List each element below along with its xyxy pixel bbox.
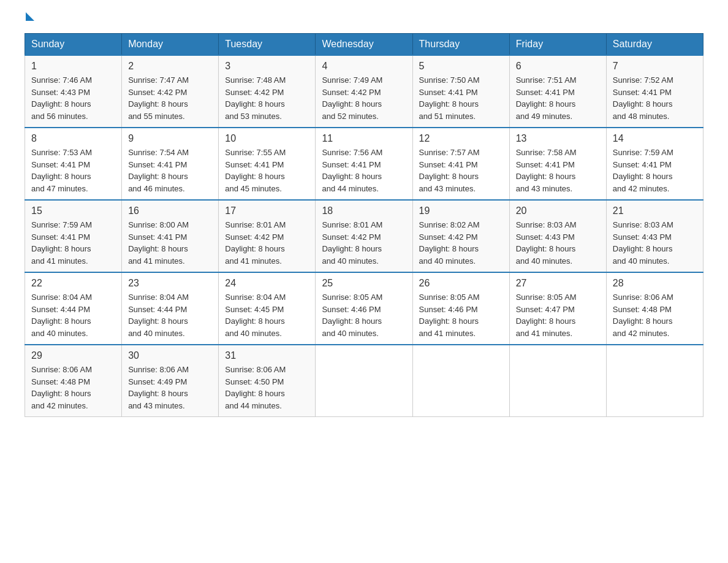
day-info: Sunrise: 7:48 AMSunset: 4:42 PMDaylight:… xyxy=(225,74,309,122)
day-info: Sunrise: 7:52 AMSunset: 4:41 PMDaylight:… xyxy=(613,74,697,122)
day-info: Sunrise: 8:04 AMSunset: 4:44 PMDaylight:… xyxy=(128,291,212,339)
weekday-header-row: SundayMondayTuesdayWednesdayThursdayFrid… xyxy=(25,34,703,56)
calendar-cell: 21Sunrise: 8:03 AMSunset: 4:43 PMDayligh… xyxy=(606,200,703,272)
calendar-cell xyxy=(316,345,412,417)
calendar-week-row: 29Sunrise: 8:06 AMSunset: 4:48 PMDayligh… xyxy=(25,345,703,417)
calendar-cell: 31Sunrise: 8:06 AMSunset: 4:50 PMDayligh… xyxy=(219,345,316,417)
calendar-cell: 27Sunrise: 8:05 AMSunset: 4:47 PMDayligh… xyxy=(509,272,606,345)
day-info: Sunrise: 8:05 AMSunset: 4:47 PMDaylight:… xyxy=(516,291,600,339)
day-number: 21 xyxy=(613,205,697,216)
day-info: Sunrise: 7:57 AMSunset: 4:41 PMDaylight:… xyxy=(419,147,503,194)
calendar-cell: 17Sunrise: 8:01 AMSunset: 4:42 PMDayligh… xyxy=(219,200,316,272)
day-info: Sunrise: 8:06 AMSunset: 4:48 PMDaylight:… xyxy=(31,364,115,412)
day-number: 19 xyxy=(419,205,503,216)
calendar-cell: 22Sunrise: 8:04 AMSunset: 4:44 PMDayligh… xyxy=(25,272,122,345)
day-number: 1 xyxy=(31,61,115,72)
calendar-cell: 9Sunrise: 7:54 AMSunset: 4:41 PMDaylight… xyxy=(122,128,219,200)
page-header xyxy=(25,18,703,21)
day-info: Sunrise: 8:02 AMSunset: 4:42 PMDaylight:… xyxy=(419,219,503,267)
calendar-cell: 19Sunrise: 8:02 AMSunset: 4:42 PMDayligh… xyxy=(412,200,509,272)
calendar-week-row: 15Sunrise: 7:59 AMSunset: 4:41 PMDayligh… xyxy=(25,200,703,272)
day-number: 10 xyxy=(225,133,309,144)
day-number: 30 xyxy=(128,350,212,361)
calendar-week-row: 22Sunrise: 8:04 AMSunset: 4:44 PMDayligh… xyxy=(25,272,703,345)
day-number: 22 xyxy=(31,278,115,289)
day-info: Sunrise: 7:58 AMSunset: 4:41 PMDaylight:… xyxy=(516,147,600,194)
day-number: 2 xyxy=(128,61,212,72)
day-number: 4 xyxy=(322,61,406,72)
calendar-cell: 14Sunrise: 7:59 AMSunset: 4:41 PMDayligh… xyxy=(606,128,703,200)
day-info: Sunrise: 8:06 AMSunset: 4:49 PMDaylight:… xyxy=(128,364,212,412)
day-info: Sunrise: 7:55 AMSunset: 4:41 PMDaylight:… xyxy=(225,147,309,194)
day-info: Sunrise: 8:00 AMSunset: 4:41 PMDaylight:… xyxy=(128,219,212,267)
day-number: 13 xyxy=(516,133,600,144)
day-number: 16 xyxy=(128,205,212,216)
day-info: Sunrise: 7:59 AMSunset: 4:41 PMDaylight:… xyxy=(31,219,115,267)
calendar-table: SundayMondayTuesdayWednesdayThursdayFrid… xyxy=(25,33,703,417)
calendar-cell: 3Sunrise: 7:48 AMSunset: 4:42 PMDaylight… xyxy=(219,55,316,128)
calendar-cell: 20Sunrise: 8:03 AMSunset: 4:43 PMDayligh… xyxy=(509,200,606,272)
day-number: 29 xyxy=(31,350,115,361)
day-info: Sunrise: 8:03 AMSunset: 4:43 PMDaylight:… xyxy=(516,219,600,267)
day-info: Sunrise: 8:05 AMSunset: 4:46 PMDaylight:… xyxy=(322,291,406,339)
calendar-cell: 26Sunrise: 8:05 AMSunset: 4:46 PMDayligh… xyxy=(412,272,509,345)
calendar-cell: 11Sunrise: 7:56 AMSunset: 4:41 PMDayligh… xyxy=(316,128,412,200)
day-info: Sunrise: 7:50 AMSunset: 4:41 PMDaylight:… xyxy=(419,74,503,122)
calendar-cell: 30Sunrise: 8:06 AMSunset: 4:49 PMDayligh… xyxy=(122,345,219,417)
day-info: Sunrise: 8:04 AMSunset: 4:45 PMDaylight:… xyxy=(225,291,309,339)
day-info: Sunrise: 7:59 AMSunset: 4:41 PMDaylight:… xyxy=(613,147,697,194)
calendar-cell: 15Sunrise: 7:59 AMSunset: 4:41 PMDayligh… xyxy=(25,200,122,272)
day-number: 23 xyxy=(128,278,212,289)
day-number: 31 xyxy=(225,350,309,361)
calendar-cell: 29Sunrise: 8:06 AMSunset: 4:48 PMDayligh… xyxy=(25,345,122,417)
day-number: 15 xyxy=(31,205,115,216)
day-number: 7 xyxy=(613,61,697,72)
calendar-cell: 2Sunrise: 7:47 AMSunset: 4:42 PMDaylight… xyxy=(122,55,219,128)
weekday-header-friday: Friday xyxy=(509,34,606,56)
weekday-header-saturday: Saturday xyxy=(606,34,703,56)
calendar-cell: 5Sunrise: 7:50 AMSunset: 4:41 PMDaylight… xyxy=(412,55,509,128)
calendar-week-row: 8Sunrise: 7:53 AMSunset: 4:41 PMDaylight… xyxy=(25,128,703,200)
day-number: 26 xyxy=(419,278,503,289)
calendar-cell: 18Sunrise: 8:01 AMSunset: 4:42 PMDayligh… xyxy=(316,200,412,272)
weekday-header-monday: Monday xyxy=(122,34,219,56)
day-info: Sunrise: 7:56 AMSunset: 4:41 PMDaylight:… xyxy=(322,147,406,194)
weekday-header-thursday: Thursday xyxy=(412,34,509,56)
day-number: 17 xyxy=(225,205,309,216)
day-number: 11 xyxy=(322,133,406,144)
calendar-cell: 7Sunrise: 7:52 AMSunset: 4:41 PMDaylight… xyxy=(606,55,703,128)
calendar-cell: 10Sunrise: 7:55 AMSunset: 4:41 PMDayligh… xyxy=(219,128,316,200)
calendar-cell xyxy=(509,345,606,417)
calendar-cell: 1Sunrise: 7:46 AMSunset: 4:43 PMDaylight… xyxy=(25,55,122,128)
day-number: 9 xyxy=(128,133,212,144)
day-number: 24 xyxy=(225,278,309,289)
day-info: Sunrise: 8:04 AMSunset: 4:44 PMDaylight:… xyxy=(31,291,115,339)
day-info: Sunrise: 8:05 AMSunset: 4:46 PMDaylight:… xyxy=(419,291,503,339)
day-number: 5 xyxy=(419,61,503,72)
weekday-header-wednesday: Wednesday xyxy=(316,34,412,56)
day-number: 27 xyxy=(516,278,600,289)
day-number: 8 xyxy=(31,133,115,144)
logo xyxy=(25,18,34,21)
day-info: Sunrise: 8:06 AMSunset: 4:50 PMDaylight:… xyxy=(225,364,309,412)
weekday-header-sunday: Sunday xyxy=(25,34,122,56)
day-number: 3 xyxy=(225,61,309,72)
weekday-header-tuesday: Tuesday xyxy=(219,34,316,56)
day-info: Sunrise: 7:54 AMSunset: 4:41 PMDaylight:… xyxy=(128,147,212,194)
day-number: 28 xyxy=(613,278,697,289)
logo-triangle-icon xyxy=(26,12,34,21)
calendar-cell: 8Sunrise: 7:53 AMSunset: 4:41 PMDaylight… xyxy=(25,128,122,200)
calendar-cell: 6Sunrise: 7:51 AMSunset: 4:41 PMDaylight… xyxy=(509,55,606,128)
calendar-cell: 24Sunrise: 8:04 AMSunset: 4:45 PMDayligh… xyxy=(219,272,316,345)
day-info: Sunrise: 8:01 AMSunset: 4:42 PMDaylight:… xyxy=(225,219,309,267)
day-info: Sunrise: 7:47 AMSunset: 4:42 PMDaylight:… xyxy=(128,74,212,122)
calendar-cell xyxy=(412,345,509,417)
day-info: Sunrise: 7:53 AMSunset: 4:41 PMDaylight:… xyxy=(31,147,115,194)
day-info: Sunrise: 8:01 AMSunset: 4:42 PMDaylight:… xyxy=(322,219,406,267)
calendar-cell: 25Sunrise: 8:05 AMSunset: 4:46 PMDayligh… xyxy=(316,272,412,345)
calendar-cell xyxy=(606,345,703,417)
calendar-cell: 28Sunrise: 8:06 AMSunset: 4:48 PMDayligh… xyxy=(606,272,703,345)
day-info: Sunrise: 8:06 AMSunset: 4:48 PMDaylight:… xyxy=(613,291,697,339)
calendar-cell: 13Sunrise: 7:58 AMSunset: 4:41 PMDayligh… xyxy=(509,128,606,200)
calendar-cell: 12Sunrise: 7:57 AMSunset: 4:41 PMDayligh… xyxy=(412,128,509,200)
